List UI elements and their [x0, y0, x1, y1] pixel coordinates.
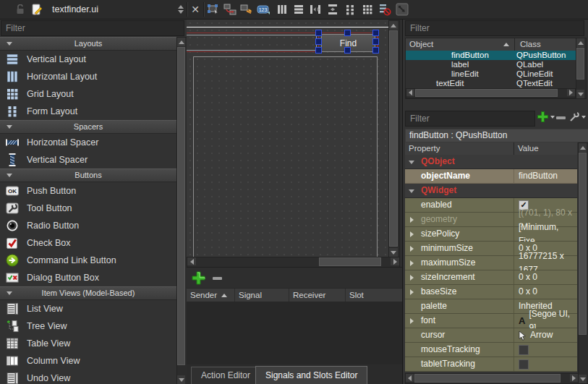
form-vscrollbar[interactable]: [388, 20, 400, 257]
column-header-signal[interactable]: Signal: [235, 289, 289, 302]
widget-box-item-tool-button[interactable]: Tool Button: [0, 200, 176, 217]
scrollbar-thumb[interactable]: [415, 89, 558, 97]
column-header-class[interactable]: Class: [520, 38, 541, 51]
scroll-down-icon[interactable]: [576, 90, 584, 98]
expand-arrow-icon[interactable]: [410, 217, 414, 223]
widget-box-section-buttons[interactable]: Buttons: [0, 168, 176, 182]
widget-box-item-dialog-button-box[interactable]: Dialog Button Box: [0, 269, 176, 286]
widget-box-item-tree-view[interactable]: Tree View: [0, 317, 176, 335]
widget-box-item-undo-view[interactable]: Undo View: [0, 370, 176, 384]
widget-box-item-vertical-spacer[interactable]: Vertical Spacer: [0, 151, 176, 168]
widget-box-item-check-box[interactable]: Check Box: [0, 234, 176, 252]
selection-handle[interactable]: [372, 38, 379, 45]
selection-handle[interactable]: [372, 47, 379, 54]
expand-arrow-icon[interactable]: [410, 275, 414, 281]
form-hscrollbar[interactable]: [187, 257, 400, 268]
selection-handle[interactable]: [344, 47, 351, 54]
widget-box-item-radio-button[interactable]: Radio Button: [0, 217, 176, 234]
scrollbar-thumb[interactable]: [319, 257, 381, 266]
property-vscrollbar[interactable]: [578, 142, 588, 384]
expand-arrow-icon[interactable]: [410, 289, 414, 295]
widget-box-scrollbar[interactable]: [176, 37, 187, 384]
lay-out-horizontally-icon[interactable]: [273, 1, 290, 17]
column-header-receiver[interactable]: Receiver: [289, 289, 346, 302]
lay-out-grid-icon[interactable]: [359, 1, 375, 17]
scroll-down-icon[interactable]: [177, 375, 185, 384]
checkbox-unchecked-icon[interactable]: [519, 359, 529, 370]
property-value[interactable]: 16777215 x 1677..: [514, 256, 577, 270]
property-value[interactable]: 0 x 0: [514, 285, 577, 299]
property-value[interactable]: A[Segoe UI, 9]: [514, 314, 577, 328]
scroll-down-icon[interactable]: [579, 375, 587, 383]
scrollbar-thumb[interactable]: [579, 153, 587, 335]
close-icon[interactable]: ✕: [187, 1, 203, 17]
column-header-value[interactable]: Value: [518, 142, 539, 155]
property-value[interactable]: [Minimum, Fixe..: [514, 227, 577, 241]
property-hscrollbar[interactable]: [405, 373, 579, 384]
property-row-maximumSize[interactable]: maximumSize 16777215 x 1677..: [405, 256, 577, 270]
object-inspector-filter-input[interactable]: [405, 20, 584, 36]
scroll-right-icon[interactable]: [391, 257, 399, 265]
scrollbar-thumb[interactable]: [576, 48, 584, 80]
widget-box-item-push-button[interactable]: OK Push Button: [0, 182, 176, 200]
inspector-hscrollbar[interactable]: [406, 88, 576, 98]
remove-dynamic-property-icon[interactable]: [556, 116, 566, 119]
widget-box-section-layouts[interactable]: Layouts: [0, 37, 176, 51]
selection-handle[interactable]: [315, 38, 322, 45]
widget-box-filter-input[interactable]: [1, 20, 184, 36]
scroll-right-icon[interactable]: [570, 374, 578, 382]
expand-arrow-icon[interactable]: [410, 231, 414, 237]
scroll-up-icon[interactable]: [177, 38, 185, 46]
property-row-font[interactable]: font A[Segoe UI, 9]: [405, 314, 577, 328]
object-row-label[interactable]: label QLabel: [406, 60, 576, 69]
add-dynamic-property-icon[interactable]: [537, 111, 555, 123]
widget-box-section-spacers[interactable]: Spacers: [0, 120, 176, 134]
property-row-tabletTracking[interactable]: tabletTracking: [405, 357, 577, 372]
property-value[interactable]: 0 x 0: [514, 270, 577, 284]
lay-out-vertically-splitter-icon[interactable]: [324, 1, 341, 17]
property-value[interactable]: [514, 357, 577, 371]
form-canvas[interactable]: Find: [187, 20, 388, 257]
edit-tab-order-icon[interactable]: 123: [255, 1, 272, 17]
tab-signals-and-slots-editor[interactable]: Signals and Slots Editor: [255, 366, 367, 384]
scroll-up-icon[interactable]: [389, 21, 398, 30]
adjust-size-icon[interactable]: [393, 1, 410, 17]
widget-box-section-item-views[interactable]: Item Views (Model-Based): [0, 286, 176, 300]
property-row-mouseTracking[interactable]: mouseTracking: [405, 343, 577, 357]
lay-out-form-icon[interactable]: [341, 1, 358, 17]
edit-buddies-icon[interactable]: [238, 1, 255, 17]
property-row-objectName[interactable]: objectName findButton: [405, 169, 577, 184]
property-value[interactable]: [514, 343, 577, 357]
column-header-slot[interactable]: Slot: [346, 289, 402, 302]
widget-box-item-horizontal-layout[interactable]: Horizontal Layout: [0, 68, 176, 85]
lay-out-vertically-icon[interactable]: [290, 1, 307, 17]
scrollbar-thumb[interactable]: [389, 30, 398, 247]
widget-box-item-grid-layout[interactable]: Grid Layout: [0, 85, 176, 103]
widget-box-item-horizontal-spacer[interactable]: Horizontal Spacer: [0, 134, 176, 151]
selection-handle[interactable]: [372, 30, 379, 36]
configure-property-editor-icon[interactable]: [568, 111, 586, 123]
unlock-icon[interactable]: [12, 1, 28, 17]
selection-handle[interactable]: [315, 47, 322, 54]
expand-arrow-icon[interactable]: [410, 246, 414, 252]
property-filter-input[interactable]: [405, 111, 535, 127]
property-value[interactable]: findButton: [514, 169, 577, 183]
property-group-qwidget[interactable]: QWidget: [405, 184, 577, 198]
text-edit-widget[interactable]: [193, 56, 378, 257]
property-row-sizeIncrement[interactable]: sizeIncrement 0 x 0: [405, 270, 577, 285]
property-row-sizePolicy[interactable]: sizePolicy [Minimum, Fixe..: [405, 227, 577, 242]
line-edit-widget[interactable]: [187, 35, 317, 51]
edit-signals-slots-icon[interactable]: [221, 1, 238, 17]
scroll-down-icon[interactable]: [389, 248, 398, 257]
selection-handle[interactable]: [344, 30, 351, 36]
scroll-left-icon[interactable]: [187, 257, 196, 265]
property-row-baseSize[interactable]: baseSize 0 x 0: [405, 285, 577, 299]
break-layout-icon[interactable]: [376, 1, 393, 17]
column-header-property[interactable]: Property: [409, 142, 440, 155]
object-row-textEdit[interactable]: textEdit QTextEdit: [406, 79, 576, 88]
scrollbar-thumb[interactable]: [177, 47, 185, 365]
property-row-cursor[interactable]: cursor Arrow: [405, 328, 577, 343]
checkbox-unchecked-icon[interactable]: [519, 345, 529, 355]
scrollbar-thumb[interactable]: [414, 374, 561, 383]
scroll-left-icon[interactable]: [406, 89, 414, 96]
